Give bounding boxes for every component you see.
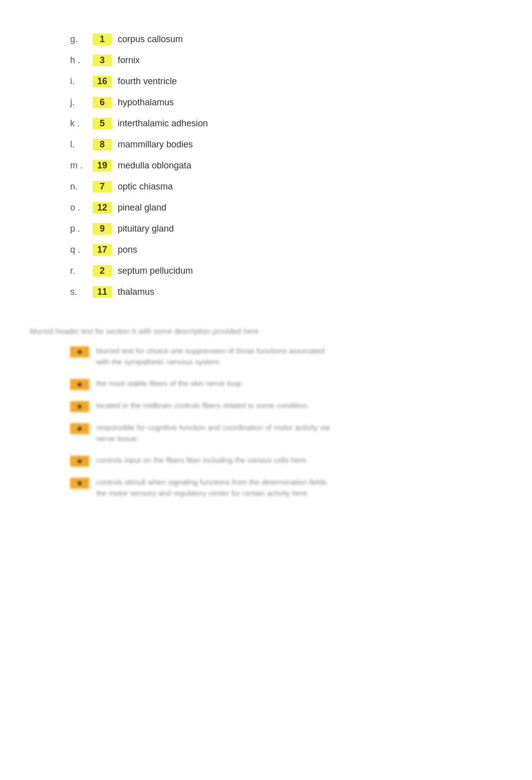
answer-row: m .19medulla oblongata (70, 156, 502, 174)
answer-term: mammillary bodies (118, 139, 193, 150)
answer-row: g.1corpus callosum (70, 30, 502, 48)
answer-letter: h . (70, 55, 93, 66)
answer-letter: k . (70, 118, 93, 129)
answer-number-badge: 3 (93, 55, 112, 66)
answer-number-badge: 12 (93, 202, 112, 214)
answer-letter: o . (70, 203, 93, 213)
answer-number-badge: 5 (93, 118, 112, 129)
answer-letter: l. (70, 139, 93, 150)
section-6-header: blurred header text for section 6 with s… (30, 326, 281, 337)
answer-row: p .9pituitary gland (70, 220, 502, 238)
answer-term: optic chiasma (118, 181, 173, 192)
answer-letter: r. (70, 266, 93, 276)
blurred-item-text: located in the midbrain controls fibers … (96, 400, 309, 412)
answer-term: pituitary gland (118, 224, 174, 234)
blurred-item-text: controls input on the fibers fiber inclu… (96, 455, 308, 466)
answer-number-badge: 2 (93, 265, 112, 277)
answer-row: h .3fornix (70, 51, 502, 69)
answer-number-badge: 7 (93, 181, 112, 192)
blurred-list-item: ●responsible for cognitive function and … (70, 422, 502, 445)
answer-row: n.7optic chiasma (70, 177, 502, 196)
blurred-badge: ● (70, 423, 89, 434)
answer-term: septum pellucidum (118, 266, 193, 276)
blurred-item-text: responsible for cognitive function and c… (96, 422, 337, 445)
answer-row: q .17pons (70, 241, 502, 259)
blurred-list-item: ●located in the midbrain controls fibers… (70, 400, 502, 412)
blurred-badge: ● (70, 401, 89, 412)
answer-letter: j. (70, 97, 93, 108)
answer-term: thalamus (118, 287, 154, 297)
answer-row: j.6hypothalamus (70, 93, 502, 111)
blurred-item-text: blurred text for choice one suppression … (96, 345, 337, 368)
answer-number-badge: 9 (93, 223, 112, 235)
answer-term: hypothalamus (118, 97, 174, 108)
blurred-item-text: controls stimuli when signaling function… (96, 477, 337, 499)
blurred-badge: ● (70, 456, 89, 467)
answer-letter: p . (70, 224, 93, 234)
answer-letter: s. (70, 287, 93, 297)
answer-row: s.11thalamus (70, 283, 502, 301)
blurred-badge: ● (70, 346, 89, 357)
answer-list: g.1corpus callosumh .3fornixi.16fourth v… (70, 30, 502, 301)
answer-term: fornix (118, 55, 140, 66)
answer-row: r.2septum pellucidum (70, 262, 502, 280)
answer-letter: i. (70, 76, 93, 87)
answer-number-badge: 6 (93, 97, 112, 108)
blurred-list-item: ●the most stable fibers of the skin nerv… (70, 378, 502, 390)
blurred-badge: ● (70, 478, 89, 489)
answer-letter: q . (70, 245, 93, 255)
answer-term: corpus callosum (118, 34, 183, 45)
answer-letter: m . (70, 160, 93, 171)
answer-term: interthalamic adhesion (118, 118, 208, 129)
answer-row: o .12pineal gland (70, 199, 502, 217)
answer-term: pons (118, 245, 137, 255)
answer-letter: g. (70, 34, 93, 45)
answer-row: i.16fourth ventricle (70, 72, 502, 90)
answer-term: medulla oblongata (118, 160, 191, 171)
answer-term: fourth ventricle (118, 76, 177, 87)
answer-letter: n. (70, 181, 93, 192)
blurred-badge: ● (70, 379, 89, 390)
answer-number-badge: 8 (93, 139, 112, 150)
blurred-list-item: ●controls input on the fibers fiber incl… (70, 455, 502, 467)
answer-row: l.8mammillary bodies (70, 135, 502, 153)
answer-number-badge: 16 (93, 76, 112, 87)
section-6: blurred header text for section 6 with s… (30, 326, 502, 499)
blurred-list-item: ●controls stimuli when signaling functio… (70, 477, 502, 499)
answer-number-badge: 1 (93, 34, 112, 45)
answer-number-badge: 17 (93, 244, 112, 256)
blurred-list-item: ●blurred text for choice one suppression… (70, 345, 502, 368)
blurred-item-text: the most stable fibers of the skin nerve… (96, 378, 243, 389)
answer-row: k .5interthalamic adhesion (70, 114, 502, 132)
answer-number-badge: 19 (93, 160, 112, 171)
answer-number-badge: 11 (93, 286, 112, 298)
blurred-items-container: ●blurred text for choice one suppression… (30, 345, 502, 499)
answer-term: pineal gland (118, 203, 166, 213)
